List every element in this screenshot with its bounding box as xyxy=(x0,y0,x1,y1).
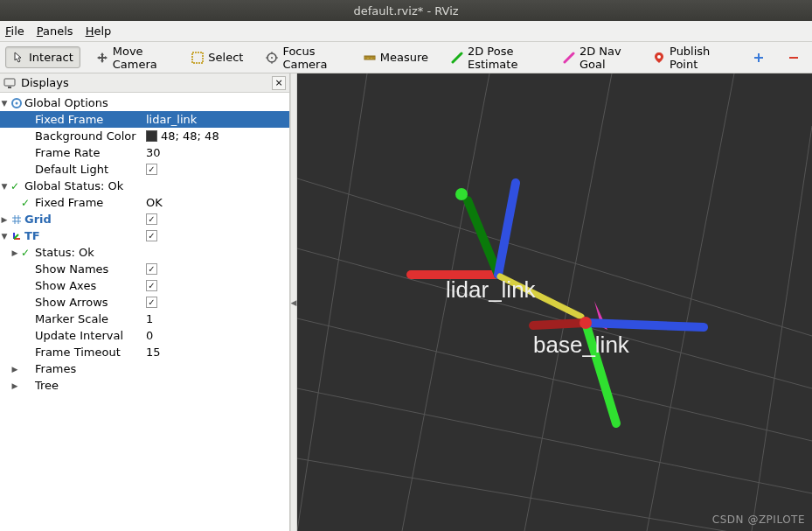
toolbar: Interact Move Camera Select Focus Camera… xyxy=(0,42,812,73)
menu-panels[interactable]: Panels xyxy=(37,24,73,38)
tree-row-show-axes[interactable]: Show Axes ✓ xyxy=(0,277,289,294)
tree-row-grid[interactable]: ▶Grid ✓ xyxy=(0,211,289,227)
gear-icon xyxy=(10,97,23,109)
svg-rect-22 xyxy=(8,87,11,88)
tree-row-update-interval[interactable]: Update Interval 0 xyxy=(0,327,289,344)
plus-icon xyxy=(753,52,765,64)
tree-row-global-options[interactable]: ▼Global Options xyxy=(0,94,289,111)
tree-row-fixed-frame[interactable]: Fixed Frame lidar_link xyxy=(0,111,289,128)
color-swatch xyxy=(146,130,157,142)
chevron-left-icon: ◀ xyxy=(291,298,297,307)
move-camera-button[interactable]: Move Camera xyxy=(89,40,177,75)
pose-estimate-button[interactable]: 2D Pose Estimate xyxy=(444,40,547,75)
tf-axes xyxy=(297,73,812,531)
svg-point-41 xyxy=(455,188,468,200)
menu-file[interactable]: File xyxy=(5,24,24,38)
remove-display-button[interactable] xyxy=(781,47,807,68)
checkbox[interactable]: ✓ xyxy=(146,213,157,225)
svg-rect-21 xyxy=(4,79,15,86)
tree-row-marker-scale[interactable]: Marker Scale 1 xyxy=(0,311,289,327)
minus-icon xyxy=(788,52,800,64)
panel-header: Displays × xyxy=(0,73,289,93)
checkbox[interactable]: ✓ xyxy=(146,164,157,175)
add-display-button[interactable] xyxy=(746,47,772,68)
tree-row-global-status[interactable]: ▼✓Global Status: Ok xyxy=(0,178,289,194)
tree-row-bg-color[interactable]: Background Color 48; 48; 48 xyxy=(0,128,289,144)
menu-help[interactable]: Help xyxy=(86,24,112,38)
tree-row-default-light[interactable]: Default Light ✓ xyxy=(0,161,289,178)
svg-line-40 xyxy=(498,183,516,275)
publish-point-icon xyxy=(653,52,665,64)
check-icon: ✓ xyxy=(21,247,33,259)
tree-row-show-names[interactable]: Show Names ✓ xyxy=(0,261,289,277)
focus-camera-button[interactable]: Focus Camera xyxy=(259,40,347,75)
publish-point-button[interactable]: Publish Point xyxy=(646,40,728,75)
nav-goal-button[interactable]: 2D Nav Goal xyxy=(556,40,637,75)
nav-goal-icon xyxy=(563,52,575,64)
checkbox[interactable]: ✓ xyxy=(146,263,157,275)
tree-row-frame-rate[interactable]: Frame Rate 30 xyxy=(0,144,289,161)
grid-icon xyxy=(10,213,23,226)
select-icon xyxy=(191,52,204,64)
panel-title: Displays xyxy=(21,76,267,89)
move-camera-icon xyxy=(96,52,108,64)
svg-line-46 xyxy=(586,323,704,327)
main-content: Displays × ▼Global Options Fixed Frame l… xyxy=(0,73,812,531)
interact-icon xyxy=(12,52,24,64)
render-view[interactable]: lidar_link base_link CSDN @ZPILOTE xyxy=(297,73,812,531)
tree-row-fixed-frame-status[interactable]: ✓Fixed Frame OK xyxy=(0,194,289,211)
checkbox[interactable]: ✓ xyxy=(146,280,157,291)
displays-panel: Displays × ▼Global Options Fixed Frame l… xyxy=(0,73,290,531)
property-tree[interactable]: ▼Global Options Fixed Frame lidar_link B… xyxy=(0,93,289,531)
window-title: default.rviz* - RViz xyxy=(353,4,458,17)
check-icon: ✓ xyxy=(10,180,23,192)
svg-point-17 xyxy=(657,55,661,59)
tf-icon xyxy=(10,230,23,242)
svg-point-2 xyxy=(271,57,273,59)
measure-icon xyxy=(364,52,376,64)
tree-row-tree[interactable]: ▶Tree xyxy=(0,377,289,394)
check-icon: ✓ xyxy=(21,197,33,209)
watermark: CSDN @ZPILOTE xyxy=(712,514,805,526)
splitter[interactable]: ◀ xyxy=(290,73,297,531)
tree-row-tf[interactable]: ▼TF ✓ xyxy=(0,227,289,244)
tree-row-frames[interactable]: ▶Frames xyxy=(0,360,289,377)
focus-camera-icon xyxy=(266,52,278,64)
svg-point-47 xyxy=(580,317,592,329)
tree-row-show-arrows[interactable]: Show Arrows ✓ xyxy=(0,294,289,311)
checkbox[interactable]: ✓ xyxy=(146,230,157,241)
interact-button[interactable]: Interact xyxy=(5,46,80,68)
window-titlebar: default.rviz* - RViz xyxy=(0,0,812,21)
frame-label-lidar: lidar_link xyxy=(446,276,536,304)
tree-row-frame-timeout[interactable]: Frame Timeout 15 xyxy=(0,344,289,360)
measure-button[interactable]: Measure xyxy=(357,46,435,68)
svg-point-24 xyxy=(16,101,18,104)
panel-close-button[interactable]: × xyxy=(272,76,286,90)
tree-row-status-ok[interactable]: ▶✓Status: Ok xyxy=(0,244,289,261)
svg-rect-0 xyxy=(192,52,203,63)
select-button[interactable]: Select xyxy=(184,46,250,68)
monitor-icon xyxy=(3,77,16,89)
pose-estimate-icon xyxy=(451,52,463,64)
svg-line-39 xyxy=(468,200,498,275)
svg-line-44 xyxy=(533,323,586,325)
frame-label-base: base_link xyxy=(533,332,629,359)
menubar: File Panels Help xyxy=(0,21,812,42)
checkbox[interactable]: ✓ xyxy=(146,297,157,308)
